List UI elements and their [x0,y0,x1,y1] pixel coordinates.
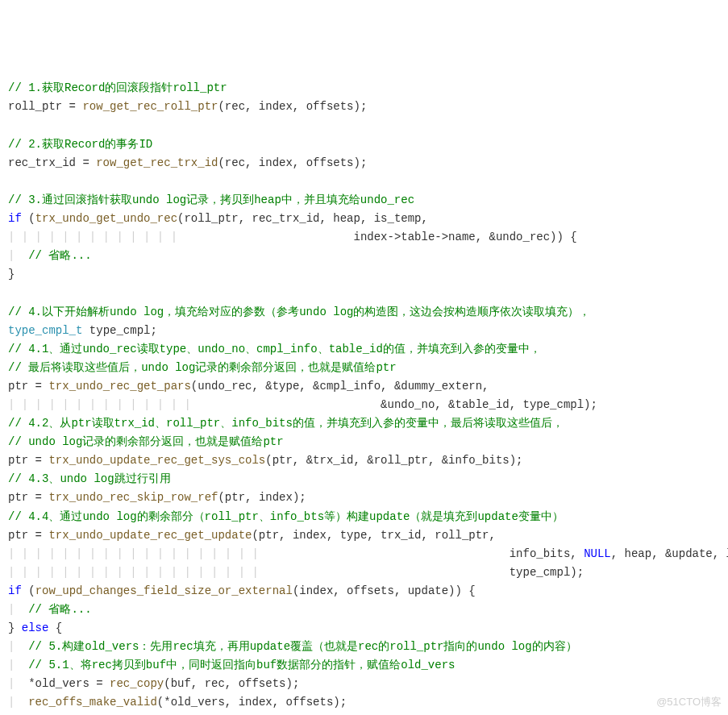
code-line: ptr = trx_undo_update_rec_get_sys_cols(p… [8,454,523,467]
code-line: | rec_offs_make_valid(*old_vers, index, … [8,696,347,709]
code-line: | *old_vers = rec_copy(buf, rec, offsets… [8,677,299,690]
code-line: } else { [8,621,62,634]
comment: // undo log记录的剩余部分返回，也就是赋值给ptr [8,435,284,448]
code-line: if (trx_undo_get_undo_rec(roll_ptr, rec_… [8,212,428,225]
code-line: roll_ptr = row_get_rec_roll_ptr(rec, ind… [8,100,367,113]
code-line: ptr = trx_undo_update_rec_get_update(ptr… [8,529,496,542]
code-line: | | | | | | | | | | | | | index->table->… [8,231,577,243]
code-line: | // 省略... [8,249,92,262]
code-line: | | | | | | | | | | | | | | | | | | | ty… [8,566,584,579]
code-line: } [8,268,15,281]
code-line: | // 5.1、将rec拷贝到buf中，同时返回指向buf数据部分的指针，赋值… [8,659,455,671]
code-line: | | | | | | | | | | | | | | &undo_no, &t… [8,398,597,411]
comment: // 1.获取Record的回滚段指针roll_ptr [8,81,227,94]
comment: // 最后将读取这些值后，undo log记录的剩余部分返回，也就是赋值给ptr [8,361,397,374]
comment: // 3.通过回滚指针获取undo log记录，拷贝到heap中，并且填充给un… [8,193,414,206]
comment: // 4.1、通过undo_rec读取type、undo_no、cmpl_inf… [8,343,541,355]
code-block: // 1.获取Record的回滚段指针roll_ptr roll_ptr = r… [8,79,720,715]
comment: // 4.3、undo log跳过行引用 [8,472,171,485]
code-line: | | | | | | | | | | | | | | | | | | | in… [8,547,728,560]
code-line: ptr = trx_undo_rec_get_pars(undo_rec, &t… [8,380,489,393]
comment: // 4.以下开始解析undo log，填充给对应的参数（参考undo log的… [8,306,590,318]
code-line: rec_trx_id = row_get_rec_trx_id(rec, ind… [8,156,367,169]
comment: // 2.获取Record的事务ID [8,138,152,151]
code-line: | // 5.构建old_vers：先用rec填充，再用update覆盖（也就是… [8,640,577,653]
code-line: | // 省略... [8,603,92,616]
comment: // 4.4、通过undo log的剩余部分（roll_ptr、info_bts… [8,510,564,523]
code-line: type_cmpl_t type_cmpl; [8,324,157,337]
comment: // 4.2、从ptr读取trx_id、roll_ptr、info_bits的值… [8,417,564,430]
code-line: ptr = trx_undo_rec_skip_row_ref(ptr, ind… [8,491,306,504]
code-line: if (row_upd_changes_field_size_or_extern… [8,584,476,597]
